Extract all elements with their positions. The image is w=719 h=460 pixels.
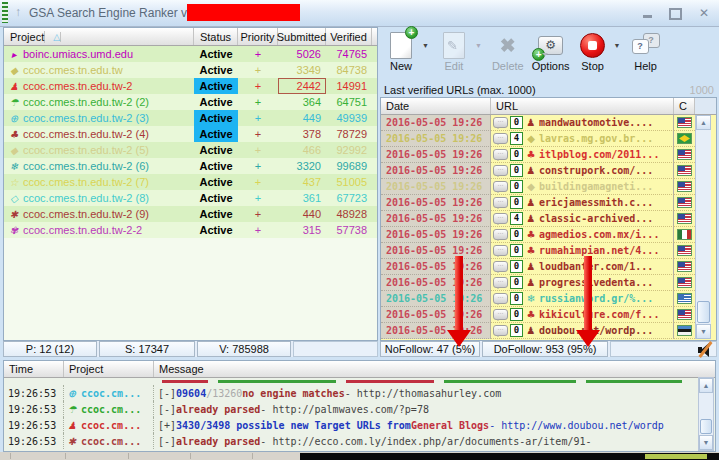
project-row[interactable]: ♟ccoc.cmes.tn.edu.tw-2Active+244214991 [4,78,377,94]
log-scrollbar-track[interactable] [699,393,713,435]
comment-bubble-icon: ··· [493,165,508,176]
new-dropdown-icon[interactable]: ▼ [422,42,429,49]
verified-counter: 1000 [690,84,714,96]
column-header-message[interactable]: Message [154,361,715,377]
options-button[interactable]: ⚙+Options [532,30,570,72]
log-row[interactable]: 19:26:53♟ccoc.cm...[+] 3430/3498 possibl… [4,417,715,433]
url-row[interactable]: 2016-05-05 19:26···0♣kikiculture.com/f..… [381,307,695,323]
url-text[interactable]: agmedios.com.mx/i... [539,229,659,240]
column-header-country[interactable]: C [674,98,695,114]
country-cell [674,115,695,131]
project-icon: ♣ [8,129,20,140]
help-button[interactable]: ??Help [631,30,661,72]
comment-bubble-icon: ··· [493,181,508,192]
log-row[interactable]: 19:26:53⊕ccoc.cm...[-] 09604/13260 no en… [4,385,715,401]
project-priority-cell: + [238,78,278,94]
column-header-url[interactable]: URL [491,98,674,114]
project-name-cell: ✾ccoc.cmes.tn.edu.tw-2-2 [4,222,194,238]
close-button[interactable]: ✕ [699,6,709,20]
log-message-segment: already parsed [176,436,260,447]
url-scrollbar[interactable]: ▲ ▼ [695,115,711,339]
url-text[interactable]: classic-archived... [539,213,653,224]
log-row[interactable]: 19:26:53☂ccoc.cm...[-] already parsed - … [4,401,715,417]
project-row[interactable]: ☂ccoc.cmes.tn.edu.tw-2 (2)Active+3646475… [4,94,377,110]
delete-button[interactable]: ✖Delete [492,30,524,72]
country-cell [674,243,695,259]
url-scrollbar-track[interactable] [696,130,711,324]
maximize-button[interactable] [669,8,682,20]
url-row[interactable]: 2016-05-05 19:26···0♟ericjamessmith.c... [381,195,695,211]
url-text[interactable]: loudbanter.com/1... [539,261,653,272]
project-priority-cell: + [238,46,278,62]
stop-dropdown-icon[interactable]: ▼ [614,42,621,49]
column-header-status[interactable]: Status [194,28,238,45]
url-type-icon: ♟ [525,197,537,208]
column-header-verified[interactable]: Verified [326,28,372,45]
project-row[interactable]: ⊕ccoc.cmes.tn.edu.tw-2 (3)Active+4494993… [4,110,377,126]
edit-button[interactable]: ✎Edit [439,30,469,72]
url-date-cell: 2016-05-05 19:26 [381,307,491,323]
log-row[interactable]: 19:26:53✱ccoc.cm...[-] already parsed - … [4,433,715,449]
url-row[interactable]: 2016-05-05 19:26···0♟loudbanter.com/1... [381,259,695,275]
url-row[interactable]: 2016-05-05 19:26···0❄russianword.gr/%... [381,291,695,307]
url-row[interactable]: 2016-05-05 19:26···0◆buildingamagneti... [381,179,695,195]
project-icon: ▸ [8,49,20,60]
stop-button[interactable]: Stop [578,30,608,72]
scroll-down-icon[interactable]: ▼ [699,435,713,450]
url-text[interactable]: lavras.mg.gov.br... [539,133,653,144]
column-header-log-project[interactable]: Project [64,361,154,377]
count-badge: 0 [510,196,523,209]
project-row[interactable]: ▸boinc.umiacs.umd.eduActive+502674765 [4,46,377,62]
us-flag-icon [677,309,692,320]
url-row[interactable]: 2016-05-05 19:26···0♣rumahimpian.net/4..… [381,243,695,259]
url-row[interactable]: 2016-05-05 19:26···0♟construpork.com/... [381,163,695,179]
url-text[interactable]: kikiculture.com/f... [539,309,659,320]
url-text[interactable]: mandwautomotive.... [539,117,653,128]
new-button[interactable]: +New [386,30,416,72]
project-row[interactable]: ◇ccoc.cmes.tn.edu.tw-2 (8)Active+3616772… [4,190,377,206]
url-row[interactable]: 2016-05-05 19:26···4◆lavras.mg.gov.br... [381,131,695,147]
url-row[interactable]: 2016-05-05 19:26···0♣agmedios.com.mx/i..… [381,227,695,243]
url-text[interactable]: itlpblog.com/2011... [539,149,659,160]
project-row[interactable]: ❄ccoc.cmes.tn.edu.tw-2 (6)Active+3320996… [4,158,377,174]
url-row[interactable]: 2016-05-05 19:26···0♟doubou.net/wordp... [381,323,695,339]
project-row[interactable]: ◆ccoc.cmes.tn.edu.twActive+334984738 [4,62,377,78]
url-row[interactable]: 2016-05-05 19:26···0♟mandwautomotive.... [381,115,695,131]
count-badge: 0 [510,116,523,129]
sound-mute-icon[interactable] [697,343,714,357]
project-row[interactable]: ◆ccoc.cmes.tn.edu.tw-2 (5)Active+4669299… [4,142,377,158]
url-text[interactable]: russianword.gr/%... [539,293,653,304]
column-header-priority[interactable]: Priority [238,28,278,45]
comment-bubble-icon: ··· [493,197,508,208]
url-text[interactable]: buildingamagneti... [539,181,653,192]
project-verified-cell: 64751 [326,94,372,110]
project-row[interactable]: ✾ccoc.cmes.tn.edu.tw-2-2Active+31557738 [4,222,377,238]
scroll-down-icon[interactable]: ▼ [696,324,711,339]
url-text[interactable]: progressivedenta... [539,277,653,288]
project-verified-cell: 14991 [326,78,372,94]
column-header-time[interactable]: Time [4,361,64,377]
scroll-up-icon[interactable]: ▲ [699,378,713,393]
url-text[interactable]: construpork.com/... [539,165,653,176]
url-row[interactable]: 2016-05-05 19:26···4♟classic-archived... [381,211,695,227]
scroll-up-icon[interactable]: ▲ [696,115,711,130]
url-row[interactable]: 2016-05-05 19:26···0♟progressivedenta... [381,275,695,291]
url-scrollbar-thumb[interactable] [697,301,710,323]
url-row[interactable]: 2016-05-05 19:26···0♣itlpblog.com/2011..… [381,147,695,163]
project-status-cell: Active [194,206,238,222]
url-text[interactable]: rumahimpian.net/4... [539,245,659,256]
log-message-segment: - http://thomasahurley.com [345,388,502,399]
minimize-button[interactable] [643,15,652,18]
log-scrollbar-thumb[interactable] [700,419,712,434]
country-cell [674,195,695,211]
column-header-date[interactable]: Date [381,98,491,114]
bottom-bar-accent [645,454,707,459]
column-header-submitted[interactable]: Submitted [278,28,326,45]
url-text[interactable]: ericjamessmith.c... [539,197,653,208]
project-row[interactable]: ☆ccoc.cmes.tn.edu.tw-2 (7)Active+4375100… [4,174,377,190]
column-header-project[interactable]: Project △ [4,28,194,45]
log-scrollbar[interactable]: ▲ ▼ [698,377,714,451]
edit-dropdown-icon[interactable]: ▼ [475,42,482,49]
project-row[interactable]: ♣ccoc.cmes.tn.edu.tw-2 (4)Active+3787872… [4,126,377,142]
project-row[interactable]: ✱ccoc.cmes.tn.edu.tw-2 (9)Active+4404892… [4,206,377,222]
